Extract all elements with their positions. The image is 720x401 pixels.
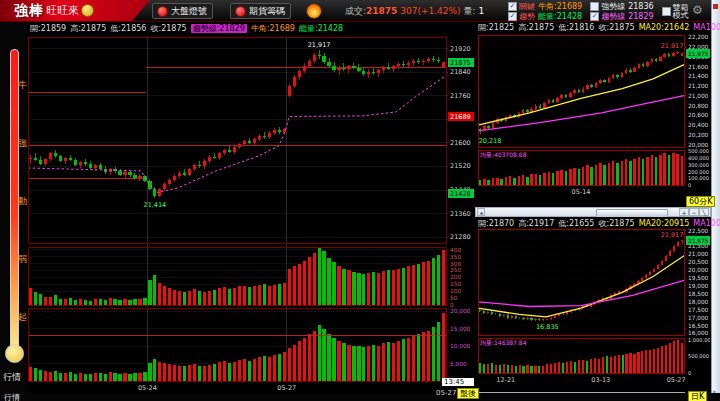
indicator-value: 21836	[628, 2, 653, 11]
indicator-checkbox-強勢線[interactable]: ✓強勢線21836	[590, 2, 653, 11]
deal-label: 成交:	[345, 6, 366, 16]
market-info-label: 行情	[4, 392, 20, 401]
checkbox-label: 趨勢	[519, 11, 535, 22]
hourly-chart-panel: 開:21825高:21875低:21816收:21875MA20:21642MA…	[475, 21, 710, 207]
main-candlestick-chart[interactable]: 2192021840217602168021600215202144021360…	[27, 21, 475, 393]
svg-text:21840: 21840	[450, 68, 471, 76]
svg-text:20,200: 20,200	[688, 132, 709, 138]
indicator-checkbox-關鍵[interactable]: ✓關鍵牛角:21689	[508, 2, 582, 11]
svg-text:均量:403708.68: 均量:403708.68	[479, 151, 527, 158]
svg-text:21,400: 21,400	[688, 73, 709, 79]
svg-text:500,000: 500,000	[688, 353, 709, 359]
clock-readout: 13:45	[442, 378, 474, 386]
svg-text:21875: 21875	[450, 59, 471, 67]
svg-text:200: 200	[450, 274, 461, 280]
daily-period-badge[interactable]: 日K	[688, 391, 707, 401]
svg-text:19,500: 19,500	[688, 275, 709, 281]
hourly-period-badge[interactable]: 60分K	[686, 196, 715, 207]
svg-text:21,917: 21,917	[661, 42, 684, 50]
indicator-checkbox-趨勢線[interactable]: ✓趨勢線21829	[590, 12, 653, 21]
hourly-scrollbar[interactable]: ◂ + − ╲	[475, 207, 711, 217]
trading-app-window: 強棒 旺旺來 大盤燈號 期貨籌碼 成交:21875 307(+1.42%) 量:…	[0, 0, 720, 401]
zoom-in-icon[interactable]: +	[679, 208, 689, 216]
price-change: 307(+1.42%)	[400, 6, 460, 16]
svg-text:21520: 21520	[450, 162, 471, 170]
checkbox-icon[interactable]: ✓	[590, 12, 599, 21]
thermometer-bulb	[5, 344, 24, 363]
red-led-icon	[158, 7, 167, 16]
daily-candlestick-chart[interactable]: 22,50022,00021,50021,00020,50020,00019,5…	[475, 217, 710, 393]
thermometer-label: 起	[18, 311, 27, 324]
checkbox-icon[interactable]: ✓	[508, 12, 517, 21]
thermometer-label: 強	[18, 137, 27, 150]
svg-text:20,400: 20,400	[688, 122, 709, 128]
svg-text:18,500: 18,500	[688, 291, 709, 297]
checkbox-icon[interactable]: ✓	[508, 2, 517, 11]
checkbox-icon[interactable]: ✓	[662, 7, 671, 16]
svg-text:15,000: 15,000	[450, 326, 471, 332]
gold-coin-icon	[81, 4, 94, 17]
svg-text:18,000: 18,000	[688, 299, 709, 305]
thermometer-label: 弱	[18, 253, 27, 266]
daily-chart-legend: 開:21870高:21917低:21655收:21875MA20:20915MA…	[478, 218, 720, 229]
trendline-tool-icon[interactable]: ╲	[699, 208, 709, 216]
svg-text:03-13: 03-13	[591, 376, 610, 384]
svg-text:20,218: 20,218	[479, 137, 502, 145]
svg-text:12-21: 12-21	[496, 376, 515, 384]
zoom-out-icon[interactable]: −	[689, 208, 699, 216]
svg-text:21,414: 21,414	[144, 201, 167, 209]
hourly-chart-legend: 開:21825高:21875低:21816收:21875MA20:21642MA…	[478, 22, 720, 33]
indicator-checkbox-趨勢[interactable]: ✓趨勢能量:21428	[508, 12, 582, 21]
svg-text:17,000: 17,000	[688, 315, 709, 321]
dual-box-mode-toggle[interactable]: ✓雙箱模式	[662, 1, 689, 22]
market-signal-button[interactable]: 大盤燈號	[152, 3, 213, 19]
svg-text:0: 0	[688, 182, 691, 188]
svg-text:21920: 21920	[450, 45, 471, 53]
svg-text:21,000: 21,000	[688, 93, 709, 99]
market-signal-label: 大盤燈號	[171, 5, 207, 18]
svg-text:21760: 21760	[450, 92, 471, 100]
red-led-icon	[236, 7, 245, 16]
settings-gear-icon[interactable]: ⚙	[692, 3, 703, 17]
svg-text:20,000: 20,000	[688, 142, 709, 148]
flame-icon[interactable]	[306, 3, 322, 19]
svg-text:100,000: 100,000	[688, 175, 709, 181]
svg-text:21,000: 21,000	[688, 251, 709, 257]
svg-text:5,000: 5,000	[450, 361, 467, 367]
svg-text:21600: 21600	[450, 139, 471, 147]
svg-text:0: 0	[688, 370, 691, 376]
svg-text:20,600: 20,600	[688, 112, 709, 118]
svg-text:400: 400	[450, 247, 461, 253]
bottom-status-bar	[0, 393, 720, 401]
svg-text:16,500: 16,500	[688, 323, 709, 329]
svg-text:150: 150	[450, 281, 461, 287]
after-hours-badge[interactable]: 盤後	[457, 388, 479, 399]
hourly-candlestick-chart[interactable]: 22,20022,00021,80021,60021,40021,20021,0…	[475, 21, 710, 207]
daily-chart-panel: 開:21870高:21917低:21655收:21875MA20:20915MA…	[475, 217, 710, 393]
strip-chevron-icon: »	[712, 388, 716, 396]
svg-text:05-27: 05-27	[277, 384, 296, 392]
svg-text:21280: 21280	[450, 233, 471, 241]
svg-text:20,000: 20,000	[450, 308, 471, 314]
checkbox-label: 趨勢線	[601, 11, 625, 22]
scroll-left-arrow-icon[interactable]: ◂	[477, 208, 485, 216]
last-qty: 1	[478, 6, 484, 16]
svg-text:21,917: 21,917	[308, 41, 331, 49]
main-chart-panel: 開:21859高:21875低:21856收:21875趨勢線:21829牛角:…	[27, 21, 475, 393]
futures-chips-button[interactable]: 期貨籌碼	[230, 3, 291, 19]
svg-text:22,200: 22,200	[688, 34, 709, 40]
svg-text:21,200: 21,200	[688, 83, 709, 89]
svg-text:16,835: 16,835	[536, 323, 559, 331]
svg-text:21689: 21689	[450, 113, 471, 121]
svg-text:21,600: 21,600	[688, 64, 709, 70]
checkbox-icon[interactable]: ✓	[590, 2, 599, 11]
gauge-footer-label: 行情	[3, 371, 21, 384]
app-logo: 強棒 旺旺來	[0, 0, 150, 21]
svg-text:05-27: 05-27	[667, 376, 686, 384]
indicator-value: 21829	[628, 12, 653, 21]
svg-text:21428: 21428	[450, 190, 471, 198]
svg-text:05-14: 05-14	[572, 188, 591, 196]
svg-text:19,000: 19,000	[688, 283, 709, 289]
chart-tool-buttons: + − ╲	[679, 208, 709, 216]
logo-subtitle: 旺旺來	[46, 3, 79, 18]
